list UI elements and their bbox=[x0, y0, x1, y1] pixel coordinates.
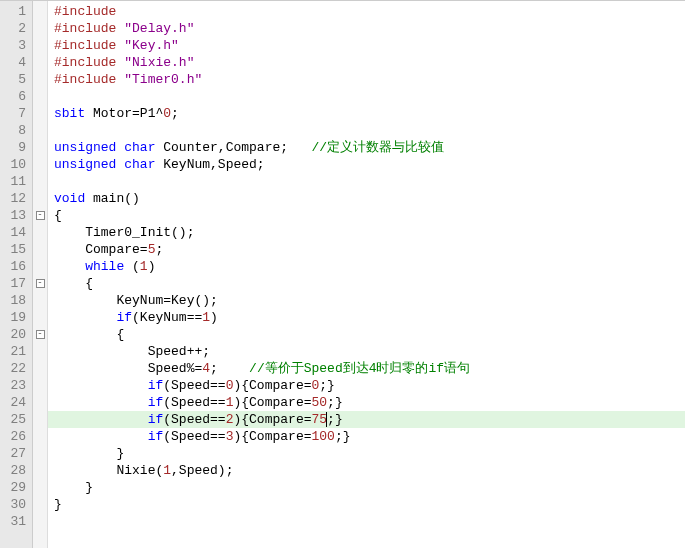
line-number: 28 bbox=[4, 462, 26, 479]
line-number: 24 bbox=[4, 394, 26, 411]
fold-cell bbox=[33, 392, 47, 409]
fold-cell bbox=[33, 86, 47, 103]
line-number: 7 bbox=[4, 105, 26, 122]
fold-cell bbox=[33, 358, 47, 375]
fold-cell bbox=[33, 1, 47, 18]
code-text-area[interactable]: #include #include "Delay.h"#include "Key… bbox=[48, 1, 685, 548]
code-line[interactable]: sbit Motor=P1^0; bbox=[54, 105, 685, 122]
fold-cell bbox=[33, 120, 47, 137]
fold-cell bbox=[33, 426, 47, 443]
line-number: 26 bbox=[4, 428, 26, 445]
fold-cell[interactable]: - bbox=[33, 273, 47, 290]
line-number-gutter: 1234567891011121314151617181920212223242… bbox=[0, 1, 33, 548]
line-number: 30 bbox=[4, 496, 26, 513]
code-line[interactable] bbox=[54, 122, 685, 139]
fold-cell bbox=[33, 103, 47, 120]
code-line[interactable]: #include "Nixie.h" bbox=[54, 54, 685, 71]
code-line[interactable]: Timer0_Init(); bbox=[54, 224, 685, 241]
fold-cell bbox=[33, 341, 47, 358]
fold-cell bbox=[33, 477, 47, 494]
line-number: 6 bbox=[4, 88, 26, 105]
fold-cell bbox=[33, 52, 47, 69]
line-number: 27 bbox=[4, 445, 26, 462]
fold-cell bbox=[33, 375, 47, 392]
line-number: 20 bbox=[4, 326, 26, 343]
fold-cell bbox=[33, 69, 47, 86]
line-number: 4 bbox=[4, 54, 26, 71]
code-line[interactable]: #include "Timer0.h" bbox=[54, 71, 685, 88]
line-number: 8 bbox=[4, 122, 26, 139]
code-line[interactable]: #include bbox=[54, 3, 685, 20]
fold-toggle-icon[interactable]: - bbox=[36, 211, 45, 220]
fold-gutter[interactable]: --- bbox=[33, 1, 48, 548]
fold-toggle-icon[interactable]: - bbox=[36, 279, 45, 288]
line-number: 21 bbox=[4, 343, 26, 360]
fold-cell[interactable]: - bbox=[33, 205, 47, 222]
code-line[interactable]: if(Speed==2){Compare=75;} bbox=[48, 411, 685, 428]
line-number: 22 bbox=[4, 360, 26, 377]
line-number: 18 bbox=[4, 292, 26, 309]
fold-cell bbox=[33, 154, 47, 171]
line-number: 15 bbox=[4, 241, 26, 258]
code-line[interactable]: while (1) bbox=[54, 258, 685, 275]
line-number: 23 bbox=[4, 377, 26, 394]
code-line[interactable] bbox=[54, 513, 685, 530]
code-line[interactable] bbox=[54, 88, 685, 105]
code-line[interactable]: if(Speed==0){Compare=0;} bbox=[54, 377, 685, 394]
code-line[interactable]: Compare=5; bbox=[54, 241, 685, 258]
code-line[interactable]: Nixie(1,Speed); bbox=[54, 462, 685, 479]
code-line[interactable]: void main() bbox=[54, 190, 685, 207]
line-number: 2 bbox=[4, 20, 26, 37]
line-number: 19 bbox=[4, 309, 26, 326]
line-number: 14 bbox=[4, 224, 26, 241]
code-line[interactable]: { bbox=[54, 326, 685, 343]
line-number: 10 bbox=[4, 156, 26, 173]
fold-cell bbox=[33, 443, 47, 460]
fold-cell bbox=[33, 460, 47, 477]
line-number: 3 bbox=[4, 37, 26, 54]
fold-cell bbox=[33, 239, 47, 256]
fold-cell bbox=[33, 137, 47, 154]
line-number: 25 bbox=[4, 411, 26, 428]
code-line[interactable]: if(KeyNum==1) bbox=[54, 309, 685, 326]
fold-cell bbox=[33, 256, 47, 273]
code-line[interactable]: } bbox=[54, 479, 685, 496]
line-number: 11 bbox=[4, 173, 26, 190]
code-line[interactable]: if(Speed==1){Compare=50;} bbox=[54, 394, 685, 411]
fold-cell bbox=[33, 35, 47, 52]
line-number: 29 bbox=[4, 479, 26, 496]
code-line[interactable]: #include "Key.h" bbox=[54, 37, 685, 54]
line-number: 1 bbox=[4, 3, 26, 20]
line-number: 9 bbox=[4, 139, 26, 156]
code-line[interactable]: if(Speed==3){Compare=100;} bbox=[54, 428, 685, 445]
fold-cell[interactable]: - bbox=[33, 324, 47, 341]
line-number: 17 bbox=[4, 275, 26, 292]
fold-cell bbox=[33, 409, 47, 426]
code-line[interactable]: #include "Delay.h" bbox=[54, 20, 685, 37]
code-line[interactable]: { bbox=[54, 207, 685, 224]
fold-cell bbox=[33, 188, 47, 205]
code-line[interactable]: } bbox=[54, 445, 685, 462]
code-line[interactable]: unsigned char Counter,Compare; //定义计数器与比… bbox=[54, 139, 685, 156]
line-number: 12 bbox=[4, 190, 26, 207]
code-line[interactable]: Speed%=4; //等价于Speed到达4时归零的if语句 bbox=[54, 360, 685, 377]
fold-cell bbox=[33, 511, 47, 528]
code-line[interactable]: Speed++; bbox=[54, 343, 685, 360]
code-line[interactable] bbox=[54, 173, 685, 190]
line-number: 5 bbox=[4, 71, 26, 88]
code-editor[interactable]: 1234567891011121314151617181920212223242… bbox=[0, 0, 685, 548]
fold-cell bbox=[33, 222, 47, 239]
code-line[interactable]: } bbox=[54, 496, 685, 513]
fold-cell bbox=[33, 18, 47, 35]
line-number: 13 bbox=[4, 207, 26, 224]
code-line[interactable]: KeyNum=Key(); bbox=[54, 292, 685, 309]
line-number: 31 bbox=[4, 513, 26, 530]
code-line[interactable]: unsigned char KeyNum,Speed; bbox=[54, 156, 685, 173]
fold-cell bbox=[33, 307, 47, 324]
line-number: 16 bbox=[4, 258, 26, 275]
fold-cell bbox=[33, 494, 47, 511]
fold-cell bbox=[33, 290, 47, 307]
fold-toggle-icon[interactable]: - bbox=[36, 330, 45, 339]
code-line[interactable]: { bbox=[54, 275, 685, 292]
fold-cell bbox=[33, 171, 47, 188]
